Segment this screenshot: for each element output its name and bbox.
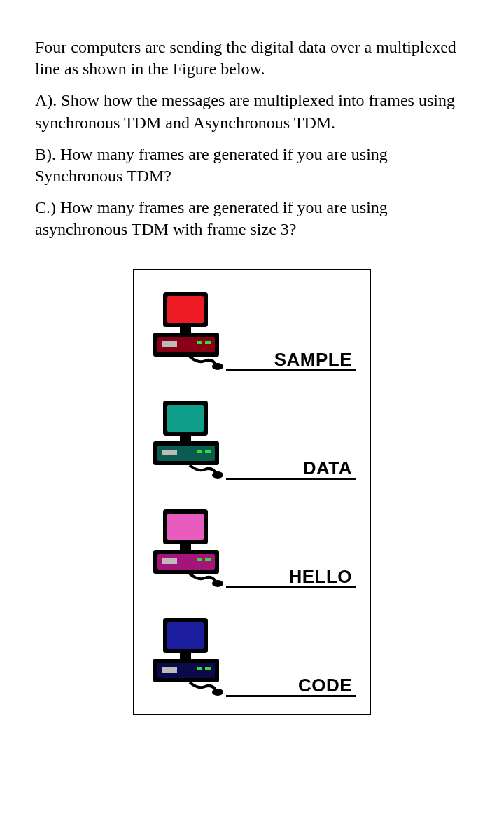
svg-rect-28 (167, 622, 204, 649)
svg-rect-34 (205, 667, 211, 670)
svg-rect-29 (180, 653, 191, 659)
svg-rect-33 (197, 667, 202, 670)
computer-4-icon (148, 617, 225, 697)
computer-row-1: SAMPLE (148, 291, 356, 371)
computer-row-4: CODE (148, 617, 356, 697)
svg-rect-6 (197, 341, 202, 344)
svg-point-17 (212, 471, 223, 479)
label-4: CODE (298, 675, 356, 696)
svg-rect-24 (197, 558, 202, 561)
line-4: CODE (226, 675, 356, 697)
question-a: A). Show how the messages are multiplexe… (35, 90, 469, 133)
label-2: DATA (303, 457, 356, 479)
svg-rect-5 (162, 341, 177, 347)
computer-row-3: HELLO (148, 508, 356, 588)
computer-row-2: DATA (148, 399, 356, 480)
question-c: C.) How many frames are generated if you… (35, 197, 469, 240)
computer-2-icon (148, 399, 225, 480)
svg-point-8 (212, 363, 223, 370)
intro-paragraph: Four computers are sending the digital d… (35, 36, 469, 80)
svg-rect-19 (167, 514, 204, 540)
svg-rect-15 (197, 450, 202, 453)
computer-3-icon (148, 508, 225, 588)
svg-point-35 (212, 689, 223, 696)
svg-rect-2 (180, 327, 191, 333)
svg-rect-23 (162, 558, 177, 564)
svg-rect-32 (162, 667, 177, 673)
computer-1-icon (148, 291, 225, 371)
svg-rect-7 (205, 341, 211, 344)
svg-rect-11 (180, 436, 191, 441)
svg-rect-25 (205, 558, 211, 561)
svg-rect-20 (180, 544, 191, 550)
label-3: HELLO (288, 566, 356, 587)
svg-rect-1 (167, 296, 204, 323)
svg-point-26 (212, 580, 223, 587)
line-1: SAMPLE (226, 349, 356, 371)
figure-container: SAMPLE DATA (133, 269, 371, 715)
svg-rect-10 (167, 405, 204, 432)
question-b: B). How many frames are generated if you… (35, 144, 469, 187)
line-2: DATA (226, 457, 356, 480)
svg-rect-16 (205, 450, 211, 453)
svg-rect-14 (162, 450, 177, 455)
line-3: HELLO (226, 566, 356, 588)
label-1: SAMPLE (274, 349, 356, 370)
